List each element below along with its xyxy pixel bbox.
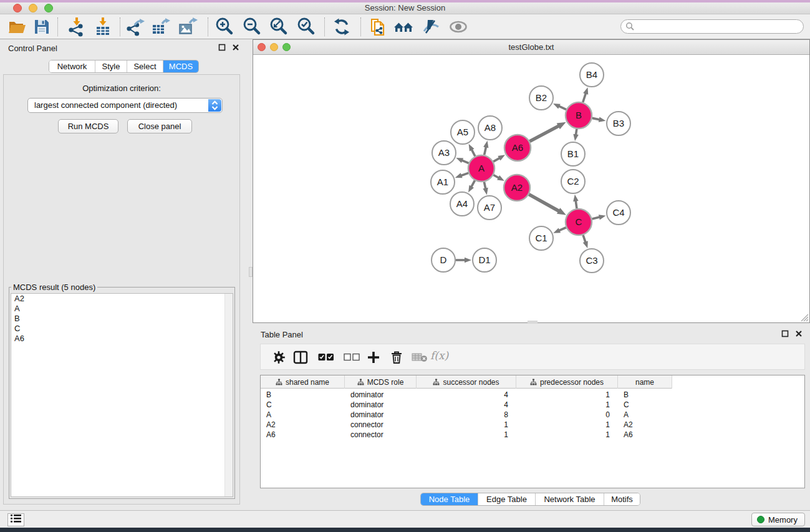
table-cell[interactable]: 8 [417, 410, 516, 420]
table-cell[interactable]: connector [345, 430, 417, 440]
memory-button[interactable]: Memory [751, 513, 805, 526]
graph-edge-C-C3[interactable] [583, 235, 586, 243]
table-cell[interactable]: A2 [261, 420, 345, 430]
table-row-A2[interactable]: A2connector11A2 [261, 420, 672, 430]
result-item-A2[interactable]: A2 [11, 294, 233, 304]
float-panel-icon[interactable] [218, 44, 226, 51]
table-cell[interactable]: dominator [345, 390, 417, 400]
select-all-icon[interactable] [318, 353, 334, 361]
show-hide-eye-icon[interactable] [448, 16, 469, 37]
graph-node-A7[interactable]: A7 [478, 196, 501, 220]
graph-node-C[interactable]: C [566, 209, 592, 235]
table-cell[interactable]: C [261, 400, 345, 410]
close-table-panel-icon[interactable] [795, 330, 803, 337]
tab-edge-table[interactable]: Edge Table [478, 493, 535, 505]
graph-node-B[interactable]: B [566, 102, 592, 128]
delete-column-trash-icon[interactable] [390, 351, 403, 364]
tab-mcds[interactable]: MCDS [163, 60, 198, 72]
graph-node-A2[interactable]: A2 [504, 175, 530, 201]
graph-node-A6[interactable]: A6 [504, 135, 531, 161]
home-layout-icon[interactable] [393, 16, 414, 37]
table-cell[interactable]: A6 [618, 430, 672, 440]
table-row-A6[interactable]: A6connector11A6 [261, 430, 672, 440]
table-cell[interactable]: 1 [516, 420, 618, 430]
tab-network-table[interactable]: Network Table [535, 493, 604, 505]
result-item-A[interactable]: A [11, 304, 233, 314]
float-table-panel-icon[interactable] [781, 330, 789, 337]
graph-node-B2[interactable]: B2 [529, 86, 553, 110]
graph-node-A5[interactable]: A5 [451, 120, 475, 144]
graph-edge-C-C2[interactable] [576, 200, 577, 208]
zoom-window-light[interactable] [44, 4, 53, 12]
table-cell[interactable]: 1 [417, 430, 516, 440]
new-network-icon[interactable] [368, 16, 389, 37]
table-cell[interactable]: 1 [417, 420, 516, 430]
column-header-name[interactable]: name [618, 375, 672, 389]
graph-node-D1[interactable]: D1 [473, 248, 496, 272]
splitter-grip[interactable] [249, 267, 253, 277]
graph-edge-A6-B[interactable] [529, 125, 559, 141]
open-file-icon[interactable] [6, 16, 27, 37]
zoom-out-icon[interactable] [242, 16, 263, 37]
graph-node-D[interactable]: D [432, 248, 455, 272]
tab-motifs[interactable]: Motifs [604, 493, 640, 505]
minimize-network-light[interactable] [270, 43, 278, 51]
criterion-dropdown[interactable]: largest connected component (directed) [27, 98, 223, 113]
tab-select[interactable]: Select [127, 60, 163, 72]
close-panel-icon[interactable] [232, 44, 239, 51]
column-header-predecessor-nodes[interactable]: predecessor nodes [516, 375, 618, 389]
function-builder-button[interactable]: f(x) [430, 349, 448, 362]
show-columns-icon[interactable] [293, 351, 308, 364]
tab-node-table[interactable]: Node Table [421, 493, 478, 505]
zoom-fit-icon[interactable] [269, 16, 290, 37]
graph-edge-C-C4[interactable] [592, 217, 600, 219]
network-graph-canvas[interactable]: B4B2BB3A5A8A6A3B1AA1C2A2A4A7C4CC1C3DD1 [253, 55, 809, 322]
table-row-C[interactable]: Cdominator41C [261, 400, 672, 410]
table-cell[interactable]: A6 [261, 430, 345, 440]
tab-style[interactable]: Style [95, 60, 127, 72]
save-session-icon[interactable] [31, 16, 52, 37]
delete-table-icon[interactable] [412, 352, 428, 362]
resize-grip-icon[interactable] [799, 312, 809, 322]
table-cell[interactable]: B [261, 390, 345, 400]
graph-edge-A2-C[interactable] [529, 195, 559, 211]
graph-node-C1[interactable]: C1 [529, 226, 553, 250]
table-cell[interactable]: A2 [618, 420, 672, 430]
graph-node-B1[interactable]: B1 [561, 142, 585, 166]
table-cell[interactable]: 4 [417, 400, 516, 410]
close-network-light[interactable] [258, 43, 266, 51]
close-window-light[interactable] [13, 4, 22, 12]
table-row-A[interactable]: Adominator80A [261, 410, 672, 420]
create-column-icon[interactable] [367, 351, 380, 364]
graph-node-A1[interactable]: A1 [431, 170, 455, 194]
deselect-all-icon[interactable] [344, 353, 360, 361]
zoom-network-light[interactable] [282, 43, 291, 51]
table-cell[interactable]: connector [345, 420, 417, 430]
splitter-grip-horizontal[interactable] [528, 321, 538, 324]
graph-edge-A-A1[interactable] [460, 173, 468, 176]
table-cell[interactable]: dominator [345, 400, 417, 410]
import-table-icon[interactable] [92, 16, 113, 37]
table-cell[interactable]: 1 [516, 400, 618, 410]
zoom-selected-icon[interactable] [296, 16, 317, 37]
tab-network[interactable]: Network [49, 60, 95, 72]
close-panel-button[interactable]: Close panel [127, 119, 192, 133]
table-cell[interactable]: A [261, 410, 345, 420]
graph-edge-C-C1[interactable] [559, 228, 566, 231]
graph-node-B3[interactable]: B3 [607, 112, 630, 135]
table-cell[interactable]: A [618, 410, 672, 420]
column-header-shared-name[interactable]: shared name [261, 375, 345, 389]
graph-node-A8[interactable]: A8 [478, 116, 502, 140]
table-cell[interactable]: 0 [516, 410, 618, 420]
graph-node-C3[interactable]: C3 [580, 249, 604, 273]
graph-node-C2[interactable]: C2 [561, 170, 585, 193]
table-cell[interactable]: dominator [345, 410, 417, 420]
export-image-icon[interactable] [177, 16, 198, 37]
table-cell[interactable]: 1 [516, 390, 618, 400]
table-row-B[interactable]: Bdominator41B [261, 390, 672, 400]
minimize-window-light[interactable] [29, 4, 37, 12]
graph-edge-B-B2[interactable] [558, 106, 566, 110]
import-network-icon[interactable] [66, 16, 87, 37]
hide-labels-icon[interactable] [420, 16, 441, 37]
column-header-successor-nodes[interactable]: successor nodes [417, 375, 516, 389]
